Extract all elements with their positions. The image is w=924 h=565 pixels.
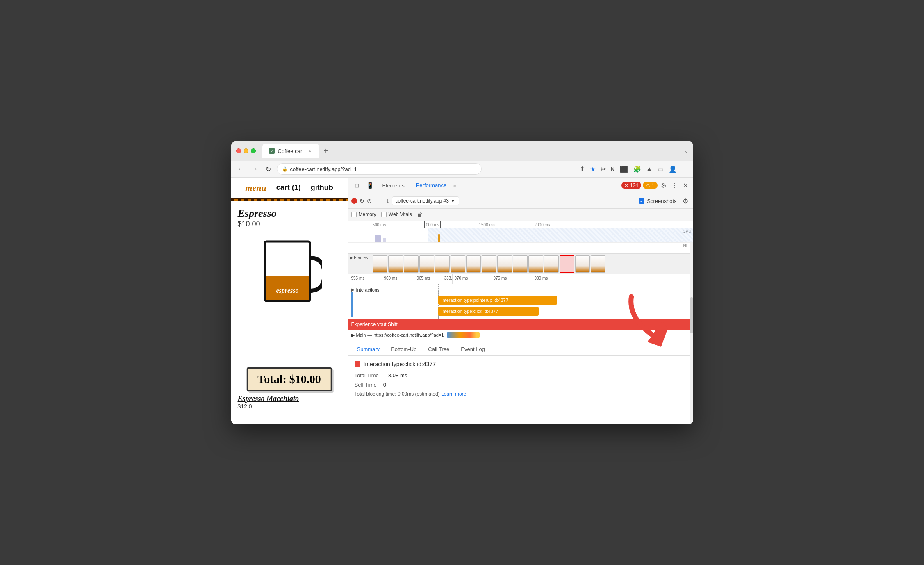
espresso-price: $10.00 xyxy=(238,220,341,228)
interactions-triangle-icon: ▶ xyxy=(351,287,355,292)
total-time-value: 13.08 ms xyxy=(385,372,407,378)
puzzle-icon[interactable]: 🧩 xyxy=(633,165,641,173)
timeline-ruler: 500 ms 1000 ms 1500 ms 2000 ms xyxy=(348,221,693,228)
target-selector[interactable]: coffee-cart.netlify.app #3 ▼ xyxy=(392,196,459,205)
reload-record-button[interactable]: ↻ xyxy=(360,198,364,204)
forward-button[interactable]: → xyxy=(250,164,260,174)
nav-github-link[interactable]: github xyxy=(311,183,333,192)
frame-thumb xyxy=(591,255,605,273)
main-thread-bar xyxy=(447,332,480,338)
nav-cart-link[interactable]: cart (1) xyxy=(276,183,301,192)
website-panel: menu cart (1) github Espresso $10.00 xyxy=(231,178,348,424)
browser-toolbar-icons: ⬆ ★ ✂ N ⬛ 🧩 ▲ ▭ 👤 ⋮ xyxy=(580,165,688,173)
macchiato-name: Espresso Macchiato xyxy=(238,394,341,403)
maximize-traffic-light[interactable] xyxy=(251,148,256,153)
devtools-more-button[interactable]: ⋮ xyxy=(670,180,680,191)
bookmark-icon[interactable]: ★ xyxy=(590,165,596,173)
memory-checkbox-label: Memory xyxy=(351,212,376,217)
minimize-traffic-light[interactable] xyxy=(244,148,248,153)
self-time-value: 0 xyxy=(383,382,386,388)
tab-summary[interactable]: Summary xyxy=(351,344,386,355)
new-tab-button[interactable]: + xyxy=(321,145,332,157)
inspect-element-button[interactable]: ⊡ xyxy=(351,180,363,191)
address-bar: ← → ↻ 🔒 coffee-cart.netlify.app/?ad=1 ⬆ … xyxy=(231,161,693,178)
record-button[interactable] xyxy=(351,198,357,204)
cut-icon[interactable]: ✂ xyxy=(601,165,606,173)
lock-icon: 🔒 xyxy=(282,166,288,172)
ruler-1500ms: 1500 ms xyxy=(479,223,495,227)
clear-button[interactable]: 🗑 xyxy=(417,211,423,218)
devtools-close-button[interactable]: ✕ xyxy=(681,180,690,191)
sidebar-icon[interactable]: ▭ xyxy=(658,165,664,173)
frame-thumb xyxy=(388,255,403,273)
frame-thumb xyxy=(575,255,590,273)
tab-chevron-icon[interactable]: ⌄ xyxy=(684,148,688,154)
summary-tabs: Summary Bottom-Up Call Tree Event Log xyxy=(348,341,693,356)
tab-close-button[interactable]: ✕ xyxy=(307,148,312,155)
extensions-icon[interactable]: ⬛ xyxy=(620,165,628,173)
tab-performance[interactable]: Performance xyxy=(411,180,451,191)
frame-thumb xyxy=(419,255,434,273)
self-time-label: Self Time xyxy=(355,382,377,388)
web-vitals-checkbox[interactable] xyxy=(381,212,387,217)
screenshots-checkbox[interactable]: ✓ xyxy=(639,198,644,204)
share-icon[interactable]: ⬆ xyxy=(580,165,585,173)
frames-strip: ▶ Frames xyxy=(348,254,693,274)
tab-elements[interactable]: Elements xyxy=(378,180,410,191)
notion-icon[interactable]: N xyxy=(611,166,615,172)
nav-menu-link[interactable]: menu xyxy=(245,182,266,193)
menu-icon[interactable]: ⋮ xyxy=(682,165,688,173)
devtools-header: ⊡ 📱 Elements Performance » ✕ 124 ⚠ 1 ⚙ ⋮… xyxy=(348,178,693,194)
summary-total-time-row: Total Time 13.08 ms xyxy=(355,372,687,378)
interactions-label: ▶ Interactions xyxy=(348,286,693,294)
ruler-2000ms: 2000 ms xyxy=(535,223,550,227)
summary-title-row: Interaction type:click id:4377 xyxy=(355,361,687,367)
devtools-scrollbar[interactable] xyxy=(690,243,693,424)
tab-call-tree[interactable]: Call Tree xyxy=(422,344,455,355)
memory-checkbox[interactable] xyxy=(351,212,357,217)
extend-icon[interactable]: ▲ xyxy=(646,165,653,173)
timeline-cpu: CPU xyxy=(348,228,693,243)
timing-divider-5 xyxy=(532,274,532,284)
url-text: coffee-cart.netlify.app/?ad=1 xyxy=(290,166,357,172)
frame-thumb xyxy=(497,255,512,273)
scrollbar-thumb[interactable] xyxy=(690,297,693,333)
devtools-settings-button[interactable]: ⚙ xyxy=(659,180,668,191)
layout-shift-text: Experience yout Shift xyxy=(351,321,398,327)
frame-thumb xyxy=(435,255,450,273)
tab-bottom-up[interactable]: Bottom-Up xyxy=(385,344,422,355)
frame-thumb xyxy=(404,255,419,273)
profile-icon[interactable]: 👤 xyxy=(669,165,677,173)
frame-thumb xyxy=(373,255,387,273)
timing-divider-3 xyxy=(452,274,453,284)
screenshots-settings-button[interactable]: ⚙ xyxy=(681,196,690,207)
url-bar[interactable]: 🔒 coffee-cart.netlify.app/?ad=1 xyxy=(277,163,482,175)
stop-button[interactable]: ⊘ xyxy=(367,198,372,204)
devtools-toolbar: ↻ ⊘ ↑ ↓ coffee-cart.netlify.app #3 ▼ ✓ S… xyxy=(348,194,693,209)
ruler-1000ms: 1000 ms xyxy=(424,223,439,227)
blocking-text: Total blocking time: 0.00ms (estimated) xyxy=(355,391,440,397)
active-tab[interactable]: V Coffee cart ✕ xyxy=(262,144,319,158)
interactions-area: ▶ Interactions Interaction type:pointeru… xyxy=(348,284,693,319)
summary-interaction-title: Interaction type:click id:4377 xyxy=(364,361,436,367)
back-button[interactable]: ← xyxy=(236,164,246,174)
browser-window: V Coffee cart ✕ + ⌄ ← → ↻ 🔒 coffee-cart.… xyxy=(231,141,693,424)
tab-event-log[interactable]: Event Log xyxy=(455,344,491,355)
refresh-button[interactable]: ↻ xyxy=(264,164,273,175)
download-button[interactable]: ↓ xyxy=(386,197,389,205)
timing-divider-1 xyxy=(381,274,381,284)
frame-thumb xyxy=(513,255,528,273)
device-toggle-button[interactable]: 📱 xyxy=(364,180,376,191)
learn-more-link[interactable]: Learn more xyxy=(441,391,466,397)
close-traffic-light[interactable] xyxy=(236,148,241,153)
upload-button[interactable]: ↑ xyxy=(380,197,384,205)
more-tabs-icon[interactable]: » xyxy=(453,182,456,189)
timing-955: 955 ms xyxy=(351,276,365,280)
summary-content: Interaction type:click id:4377 Total Tim… xyxy=(348,356,693,424)
interaction-blue-line xyxy=(351,292,353,317)
timeline-hatch xyxy=(428,228,693,242)
timing-960: 960 ms xyxy=(384,276,398,280)
timeline-marker-1 xyxy=(424,221,425,228)
error-count: 124 xyxy=(630,182,638,188)
main-thread-main: Main xyxy=(356,333,366,337)
